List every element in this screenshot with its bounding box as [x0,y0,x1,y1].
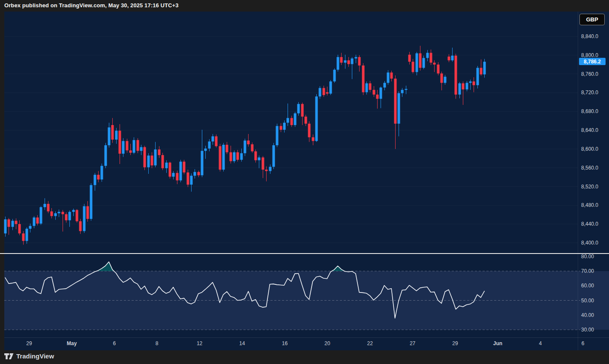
candle-body [362,66,365,92]
candle-body [262,158,264,170]
price-tick-label: 8,760.0 [581,71,598,77]
date-tick-label: Jun [493,340,502,346]
candle-body [408,55,411,62]
candle-body [47,204,50,212]
candle-body [33,218,36,226]
price-tick-label: 8,520.0 [581,184,598,190]
date-tick-label: 12 [197,340,203,346]
price-tick-label: 8,400.0 [581,240,598,246]
candle-body [129,150,132,152]
candle-body [180,161,182,180]
footer-bar: TradingView [0,350,609,364]
candle-body [412,62,414,72]
rsi-tick-label: 40.00 [581,312,594,318]
candle-body [133,140,135,153]
candle-body [291,118,293,125]
candle-body [169,163,171,177]
candle-body [315,96,318,141]
candle-body [416,53,418,72]
candle-body [244,140,246,153]
candle-body [111,125,114,140]
candle-body [222,145,225,170]
candle-body [230,152,232,161]
tradingview-icon [4,353,14,359]
candle-body [376,95,379,99]
candle-body [333,70,336,81]
tradingview-logo[interactable]: TradingView [4,352,54,360]
date-tick-label: 20 [324,340,330,346]
rsi-tick-label: 60.00 [581,283,594,289]
candle-body [469,81,472,83]
candle-body [172,173,175,177]
candle-body [283,123,286,130]
candle-body [183,161,186,172]
price-tick-label: 8,800.0 [581,52,598,58]
rsi-tick-label: 70.00 [581,268,594,274]
candle-body [194,172,196,176]
candle-body [358,57,361,66]
candle-body [240,153,243,160]
price-tick-label: 8,680.0 [581,108,598,114]
candle-body [237,152,239,160]
candle-body [390,72,393,78]
candle-body [459,84,461,95]
symbol-currency-button[interactable]: GBP [579,14,605,25]
candle-body [219,146,222,170]
candle-body [369,84,372,90]
candle-body [398,93,400,124]
candle-body [36,218,39,224]
candle-body [140,147,143,151]
candle-body [451,56,454,60]
candle-body [190,176,193,185]
candle-body [26,229,28,241]
candle-body [165,163,168,168]
candle-body [79,221,82,231]
candle-body [51,212,53,216]
candle-body [366,84,368,92]
candle-body [204,149,207,151]
candle-body [373,90,375,95]
date-tick-label: 4 [539,340,542,346]
price-tick-label: 8,640.0 [581,127,598,133]
candle-body [308,124,311,137]
candle-body [18,224,21,233]
date-tick-label: 29 [26,340,32,346]
candle-body [466,83,468,89]
candle-body [405,89,408,90]
candle-body [251,144,254,151]
candle-body [437,65,440,74]
candle-body [208,141,211,148]
candle-body [280,126,282,130]
candle-body [258,158,261,161]
chart-canvas[interactable]: 8,840.08,800.08,760.08,720.08,680.08,640… [0,11,609,350]
candle-body [144,147,146,167]
price-tick-label: 8,440.0 [581,221,598,227]
chart-area[interactable]: 8,840.08,800.08,760.08,720.08,680.08,640… [0,11,609,350]
date-tick-label: 16 [282,340,288,346]
date-tick-label: 6 [582,340,585,346]
date-tick-label: 22 [367,340,373,346]
candle-body [215,136,218,146]
rsi-tick-label: 30.00 [581,327,594,333]
candle-body [355,57,357,58]
candle-body [122,141,125,154]
last-price-badge: 8,786.2 [579,58,606,65]
publish-caption: Orbex published on TradingView.com, May … [4,2,179,9]
candle-body [473,81,475,85]
candle-body [351,58,354,64]
candle-body [226,145,228,152]
candle-body [76,210,78,221]
candle-body [29,226,32,229]
candle-body [337,57,339,70]
price-tick-label: 8,840.0 [581,33,598,39]
candle-body [477,68,479,85]
candle-body [380,87,382,98]
candle-body [94,175,96,185]
candle-body [54,213,57,216]
candle-body [433,63,436,64]
page: Orbex published on TradingView.com, May … [0,0,609,364]
candle-body [455,56,457,95]
candle-body [305,116,307,123]
tradingview-logo-text: TradingView [16,352,54,360]
candle-body [401,90,404,93]
